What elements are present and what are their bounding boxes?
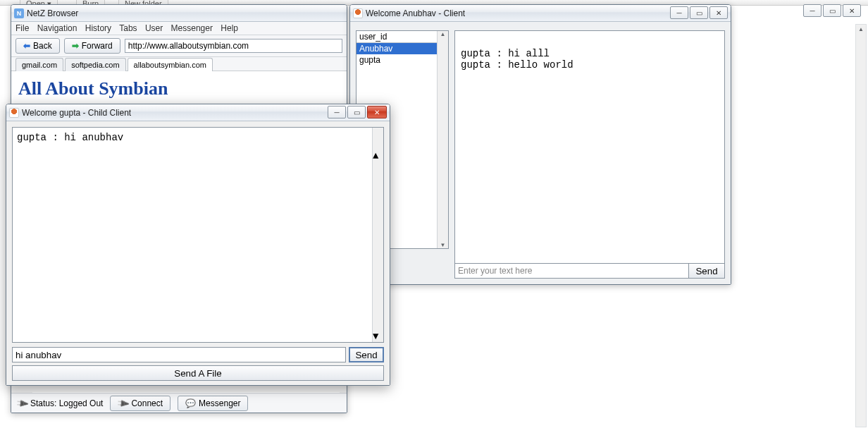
messenger-balloon-icon: 💬 (185, 398, 196, 408)
host-window-controls: ─ ▭ ✕ (803, 4, 861, 17)
scroll-up-icon: ▲ (856, 25, 866, 35)
netz-statusbar: 🔌 Status: Logged Out 🔌 Connect 💬 Messeng… (11, 393, 347, 413)
netz-navrow: ⬅Back ➡Forward (11, 35, 347, 57)
gupta-close-button[interactable]: ✕ (367, 106, 387, 118)
tab-allaboutsymbian[interactable]: allaboutsymbian.com (128, 58, 213, 71)
status-segment: 🔌 Status: Logged Out (17, 398, 103, 408)
anubhav-titlebar[interactable]: Welcome Anubhav - Client ─ ▭ ✕ (350, 5, 731, 22)
netz-title: NetZ Browser (27, 8, 78, 18)
gupta-minimize-button[interactable]: ─ (328, 106, 346, 118)
page-heading: All About Symbian (18, 78, 340, 99)
menu-tabs[interactable]: Tabs (119, 23, 137, 33)
anubhav-close-button[interactable]: ✕ (709, 6, 728, 19)
gupta-client-window: Welcome gupta - Child Client ─ ▭ ✕ gupta… (6, 104, 390, 386)
browser-viewport: All About Symbian (11, 71, 347, 105)
forward-arrow-icon: ➡ (72, 41, 79, 51)
gupta-send-button[interactable]: Send (349, 347, 384, 362)
messenger-button[interactable]: 💬 Messenger (178, 396, 248, 411)
back-arrow-icon: ⬅ (23, 41, 30, 51)
connect-plug-icon: 🔌 (116, 396, 130, 410)
host-scrollbar[interactable]: ▲ (855, 24, 867, 427)
java-icon (9, 108, 19, 118)
menu-file[interactable]: File (16, 23, 29, 33)
menu-history[interactable]: History (85, 23, 111, 33)
scroll-down-icon: ▼ (438, 242, 448, 248)
status-text: Status: Logged Out (30, 398, 103, 408)
menu-user[interactable]: User (145, 23, 163, 33)
url-input[interactable] (125, 39, 342, 53)
tab-gmail[interactable]: gmail.com (16, 58, 63, 71)
gupta-log-scrollbar[interactable]: ▲ ▼ (372, 128, 383, 342)
anubhav-minimize-button[interactable]: ─ (670, 6, 688, 19)
forward-button[interactable]: ➡Forward (64, 38, 120, 54)
user-list-item-anubhav[interactable]: Anubhav (356, 43, 448, 54)
anubhav-chat-log: gupta : hi alll gupta : hello world (454, 30, 725, 273)
user-list-scrollbar[interactable]: ▲ ▼ (437, 31, 448, 248)
netz-titlebar[interactable]: N NetZ Browser (11, 5, 347, 22)
connect-button[interactable]: 🔌 Connect (110, 396, 170, 411)
gupta-titlebar[interactable]: Welcome gupta - Child Client ─ ▭ ✕ (6, 104, 390, 121)
anubhav-maximize-button[interactable]: ▭ (690, 6, 708, 19)
menu-navigation[interactable]: Navigation (37, 23, 78, 33)
gupta-chat-log: gupta : hi anubhav ▲ ▼ (12, 127, 384, 343)
host-maximize-button[interactable]: ▭ (823, 4, 841, 17)
gupta-title: Welcome gupta - Child Client (22, 108, 131, 118)
java-icon (353, 8, 363, 18)
plug-icon: 🔌 (15, 396, 29, 410)
gupta-message-input[interactable] (12, 347, 346, 362)
back-button[interactable]: ⬅Back (16, 38, 60, 54)
scroll-up-icon: ▲ (438, 31, 448, 37)
netz-tabrow: gmail.com softpedia.com allaboutsymbian.… (11, 57, 347, 71)
scroll-down-icon: ▼ (373, 331, 378, 342)
scroll-up-icon: ▲ (373, 150, 383, 161)
anubhav-title: Welcome Anubhav - Client (366, 8, 465, 18)
user-list-header: user_id (356, 31, 448, 43)
host-close-button[interactable]: ✕ (843, 4, 861, 17)
user-list-item-gupta[interactable]: gupta (356, 54, 448, 66)
anubhav-send-button[interactable]: Send (688, 263, 725, 279)
netz-app-icon: N (14, 8, 24, 18)
netz-menubar: File Navigation History Tabs User Messen… (11, 22, 347, 35)
gupta-maximize-button[interactable]: ▭ (347, 106, 366, 118)
anubhav-message-input[interactable] (454, 263, 688, 279)
gupta-send-file-button[interactable]: Send A File (12, 365, 384, 381)
menu-messenger[interactable]: Messenger (171, 23, 213, 33)
menu-help[interactable]: Help (221, 23, 238, 33)
host-minimize-button[interactable]: ─ (803, 4, 822, 17)
tab-softpedia[interactable]: softpedia.com (65, 58, 125, 71)
